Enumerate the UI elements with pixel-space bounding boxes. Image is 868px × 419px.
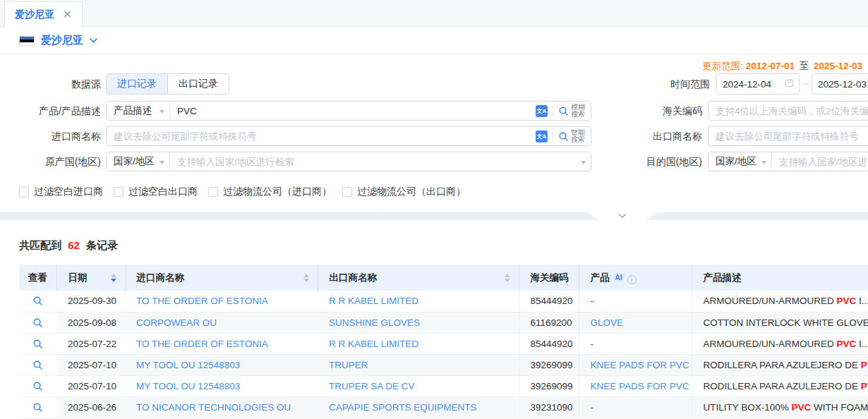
- product-field-value: 产品描述: [114, 104, 152, 117]
- checkbox-filter-logistics-importer[interactable]: 过滤物流公司（进口商）: [208, 186, 332, 198]
- product-label: 产品/产品描述: [19, 101, 101, 121]
- sort-exporter-button[interactable]: [505, 274, 510, 282]
- importer-link[interactable]: TO THE ORDER OF ESTONIA: [136, 296, 268, 306]
- view-record-button[interactable]: [30, 377, 47, 394]
- translate-icon[interactable]: 文A: [536, 130, 548, 142]
- time-start-input[interactable]: [723, 79, 780, 90]
- view-record-button[interactable]: [30, 335, 47, 352]
- time-end-field[interactable]: [812, 73, 868, 95]
- sort-date-button[interactable]: [111, 274, 116, 282]
- checkbox-filter-blank-exporter[interactable]: 过滤空白出口商: [114, 186, 198, 198]
- product-description: RODILLERA PARA AZULEJERO DE PVC: [692, 375, 868, 396]
- origin-field-select[interactable]: 国家/地区 ▾: [107, 152, 170, 171]
- export-records-button[interactable]: 出口记录: [167, 74, 229, 94]
- checkbox-icon[interactable]: [19, 187, 29, 197]
- magnifier-icon: [32, 296, 43, 306]
- product-description: COTTON INTERLOCK WHITE GLOVES...: [692, 312, 868, 333]
- exporter-input[interactable]: [709, 131, 868, 142]
- chevron-down-icon: ▾: [159, 158, 164, 166]
- importer-link[interactable]: MY TOOL OU 12548803: [136, 360, 240, 370]
- magnifier-icon: [32, 317, 43, 328]
- importer-link[interactable]: TO NICANOR TECHNOLOGIES OU: [136, 402, 291, 413]
- checkbox-filter-logistics-exporter[interactable]: 过滤物流公司（出口商）: [342, 186, 466, 198]
- import-records-button[interactable]: 进口记录: [107, 74, 167, 94]
- smart-search-button[interactable]: 智能搜索: [558, 129, 585, 143]
- exporter-link[interactable]: R R KABEL LIMITED: [329, 296, 418, 306]
- exporter-link[interactable]: CAPAPIE SPORTS EQUIPMENTS: [329, 402, 477, 413]
- hs-code-value: 39269099: [519, 375, 579, 396]
- checkbox-label: 过滤物流公司（出口商）: [357, 186, 466, 198]
- product-search-group: 产品描述 ▾ 文A 模糊搜索: [106, 101, 591, 121]
- importer-link[interactable]: CORPOWEAR OU: [136, 317, 217, 328]
- hs-code-value: 39269099: [519, 354, 579, 375]
- exporter-link[interactable]: TRUPER: [329, 360, 368, 370]
- panel-gap: [0, 212, 868, 220]
- checkbox-icon[interactable]: [114, 187, 123, 197]
- update-range-start: 2012-07-01: [746, 61, 795, 71]
- filter-panel: 更新范围: 2012-07-01 至 2025-12-03 数据源 进口记录 出…: [0, 54, 868, 212]
- chevron-down-icon: ▾: [159, 107, 164, 115]
- translate-icon[interactable]: 文A: [536, 105, 548, 117]
- hs-code-input[interactable]: [709, 106, 868, 116]
- dest-country-input[interactable]: [772, 157, 868, 167]
- hs-code-value: 61169200: [519, 312, 579, 333]
- product-tag[interactable]: KNEE PADS FOR PVC T...: [591, 381, 692, 391]
- product-search-input[interactable]: [170, 106, 536, 116]
- origin-country-input[interactable]: [170, 157, 581, 167]
- exporter-link[interactable]: TRUPER SA DE CV: [329, 381, 415, 391]
- view-record-button[interactable]: [30, 356, 47, 373]
- record-date: 2025-07-10: [56, 354, 125, 375]
- checkbox-label: 过滤物流公司（进口商）: [223, 186, 332, 198]
- record-date: 2025-06-26: [56, 396, 125, 418]
- origin-country-label: 原产国(地区): [19, 152, 101, 171]
- column-header-product: 产品AIi: [579, 265, 692, 291]
- magnifier-icon: [32, 339, 43, 349]
- column-header-date[interactable]: 日期: [56, 265, 125, 291]
- table-row: 2025-09-30 TO THE ORDER OF ESTONIA R R K…: [19, 291, 868, 312]
- product-description: RODILLERA PARA AZULEJERO DE PVC: [692, 354, 868, 375]
- update-range-end: 2025-12-03: [814, 61, 862, 71]
- hs-code-value: 85444920: [519, 333, 579, 354]
- table-row: 2025-06-26 TO NICANOR TECHNOLOGIES OU CA…: [19, 396, 868, 418]
- chevron-down-icon[interactable]: [90, 38, 97, 43]
- record-date: 2025-07-22: [56, 333, 125, 354]
- record-date: 2025-09-08: [56, 312, 125, 333]
- fuzzy-search-button[interactable]: 模糊搜索: [558, 104, 585, 118]
- exporter-link[interactable]: R R KABEL LIMITED: [329, 339, 418, 349]
- magnifier-icon: [32, 360, 43, 370]
- dest-country-group: 国家/地区 ▾: [708, 152, 868, 171]
- records-table-wrap: 查看 日期 进口商名称 出口商名称 海关编码: [19, 265, 868, 419]
- search-icon: [558, 131, 569, 142]
- importer-link[interactable]: TO THE ORDER OF ESTONIA: [136, 339, 268, 349]
- view-record-button[interactable]: [30, 293, 47, 310]
- sort-importer-button[interactable]: [303, 274, 309, 282]
- divider: [553, 131, 553, 141]
- dest-field-select[interactable]: 国家/地区 ▾: [709, 152, 772, 171]
- product-description: ARMOURED/UN-ARMOURED PVC I...: [692, 291, 868, 312]
- info-icon[interactable]: i: [627, 275, 637, 284]
- column-header-exporter[interactable]: 出口商名称: [318, 265, 519, 291]
- country-title[interactable]: 爱沙尼亚: [41, 34, 83, 47]
- exporter-link[interactable]: SUNSHINE GLOVES: [329, 317, 420, 328]
- update-range: 更新范围: 2012-07-01 至 2025-12-03: [702, 60, 862, 73]
- view-record-button[interactable]: [30, 399, 47, 415]
- checkbox-icon[interactable]: [342, 187, 352, 197]
- summary-suffix: 条记录: [86, 239, 118, 251]
- product-field-select[interactable]: 产品描述 ▾: [107, 102, 170, 120]
- product-tag[interactable]: KNEE PADS FOR PVC T...: [591, 360, 692, 370]
- checkbox-label: 过滤空白进口商: [34, 186, 103, 198]
- records-table: 查看 日期 进口商名称 出口商名称 海关编码: [19, 265, 868, 418]
- checkbox-filter-blank-importer[interactable]: 过滤空白进口商: [19, 186, 103, 198]
- search-icon: [558, 106, 569, 116]
- column-header-view: 查看: [19, 265, 56, 291]
- tab-close-icon[interactable]: ✕: [63, 9, 72, 20]
- product-tag[interactable]: GLOVE: [591, 317, 624, 328]
- time-end-input[interactable]: [818, 79, 868, 90]
- time-start-field[interactable]: [716, 73, 800, 95]
- checkbox-icon[interactable]: [208, 187, 218, 197]
- tab-estonia[interactable]: 爱沙尼亚 ✕: [4, 1, 83, 28]
- view-record-button[interactable]: [30, 314, 47, 331]
- importer-link[interactable]: MY TOOL OU 12548803: [136, 381, 240, 391]
- importer-input[interactable]: [107, 131, 536, 142]
- column-header-importer[interactable]: 进口商名称: [125, 265, 318, 291]
